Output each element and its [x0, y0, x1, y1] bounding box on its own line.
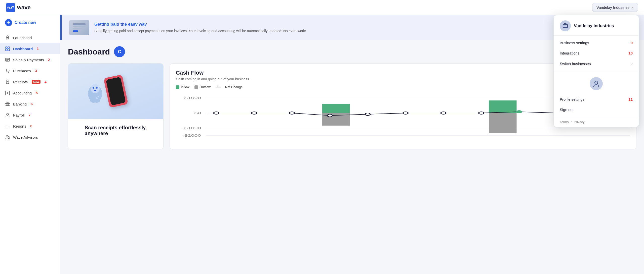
sidebar-item-accounting[interactable]: Accounting 5 — [0, 87, 60, 98]
svg-rect-16 — [73, 23, 86, 25]
terms-link[interactable]: Terms — [560, 120, 569, 124]
business-settings-badge: 9 — [631, 41, 633, 45]
svg-rect-2 — [6, 47, 7, 48]
receipts-new-badge: New — [32, 80, 41, 84]
sidebar-item-reports[interactable]: Reports 8 — [0, 121, 60, 132]
sidebar-item-advisors-label: Wave Advisors — [13, 135, 38, 139]
sidebar-item-banking-label: Banking — [13, 102, 27, 106]
switch-businesses-item[interactable]: Switch businesses › — [554, 58, 639, 69]
sidebar-item-sales[interactable]: Sales & Payments 2 — [0, 54, 60, 65]
scan-receipts-card: Scan receipts effortlessly, anywhere — [68, 63, 164, 149]
outflow-color-swatch — [194, 85, 198, 89]
switch-businesses-label: Switch businesses — [560, 62, 591, 66]
integrations-item[interactable]: Integrations 10 — [554, 48, 639, 58]
dropdown-business-section: Business settings 9 Integrations 10 Swit… — [554, 36, 639, 71]
business-settings-label: Business settings — [560, 41, 589, 45]
sidebar-item-sales-label: Sales & Payments — [13, 58, 44, 62]
dashboard-title-text: Dashboard — [68, 47, 110, 57]
sidebar-item-accounting-label: Accounting — [13, 91, 32, 95]
svg-point-38 — [403, 112, 408, 114]
dropdown-profile-section: Profile settings 11 Sign out — [554, 71, 639, 117]
profile-settings-badge: 11 — [628, 97, 633, 101]
sidebar-item-dashboard[interactable]: Dashboard 1 — [0, 43, 60, 54]
net-change-icon — [216, 86, 221, 88]
reports-badge: 8 — [30, 124, 32, 128]
svg-point-1 — [7, 37, 8, 38]
profile-avatar-row — [554, 75, 639, 94]
banking-icon — [5, 101, 10, 106]
svg-text:$1000: $1000 — [184, 96, 201, 99]
create-new-label: Create new — [15, 20, 36, 25]
svg-point-23 — [96, 87, 98, 89]
svg-point-34 — [252, 112, 257, 114]
svg-point-37 — [365, 113, 370, 116]
svg-point-35 — [290, 112, 295, 114]
dashboard-badge: 1 — [37, 47, 39, 51]
dashboard-icon — [5, 46, 10, 51]
svg-point-36 — [327, 114, 332, 117]
business-settings-item[interactable]: Business settings 9 — [554, 38, 639, 48]
integrations-label: Integrations — [560, 51, 579, 55]
banner-title: Getting paid the easy way — [94, 22, 306, 27]
company-avatar — [560, 20, 571, 31]
sidebar: + Create new Launchpad Dashboard 1 — [0, 15, 60, 274]
logo-text: wave — [17, 4, 31, 11]
svg-point-13 — [7, 113, 9, 115]
sidebar-item-payroll-label: Payroll — [13, 113, 25, 117]
profile-avatar — [590, 77, 603, 90]
plus-icon: + — [5, 19, 12, 26]
sidebar-nav: Launchpad Dashboard 1 Sales & Payments 2 — [0, 30, 60, 274]
company-selector-button[interactable]: Vandelay Industries ∧ — [592, 3, 638, 12]
profile-settings-item[interactable]: Profile settings 11 — [554, 94, 639, 104]
accounting-badge: 5 — [36, 91, 38, 95]
privacy-link[interactable]: Privacy — [574, 120, 585, 124]
sidebar-item-reports-label: Reports — [13, 124, 26, 128]
dashboard-action-button[interactable]: C — [114, 46, 125, 57]
company-dropdown-menu: Vandelay Industries Business settings 9 … — [553, 15, 639, 127]
logo: wave — [6, 3, 31, 12]
main-layout: + Create new Launchpad Dashboard 1 — [0, 15, 644, 274]
svg-rect-17 — [73, 26, 86, 27]
svg-rect-12 — [8, 104, 9, 105]
accounting-icon — [5, 90, 10, 95]
svg-rect-11 — [7, 104, 8, 105]
rocket-icon — [5, 35, 10, 40]
svg-point-40 — [479, 112, 484, 114]
sidebar-item-purchases[interactable]: Purchases 3 — [0, 65, 60, 76]
inflow-color-swatch — [176, 85, 179, 89]
header: wave Vandelay Industries ∧ — [0, 0, 644, 15]
sign-out-item[interactable]: Sign out — [554, 104, 639, 115]
company-selector-name: Vandelay Industries — [596, 5, 629, 10]
svg-text:-$1000: -$1000 — [182, 126, 201, 130]
sidebar-item-payroll[interactable]: Payroll 7 — [0, 109, 60, 121]
banner-image — [69, 20, 89, 35]
legend-net: Net Change — [216, 85, 243, 89]
sidebar-item-banking[interactable]: Banking 6 — [0, 98, 60, 109]
svg-rect-19 — [73, 30, 78, 32]
sidebar-item-advisors[interactable]: Wave Advisors — [0, 132, 60, 143]
svg-rect-4 — [6, 49, 7, 51]
sales-badge: 2 — [48, 58, 50, 62]
sidebar-item-receipts[interactable]: Receipts New 4 — [0, 76, 60, 87]
chevron-up-icon: ∧ — [631, 6, 634, 9]
sidebar-item-launchpad[interactable]: Launchpad — [0, 32, 60, 43]
reports-icon — [5, 124, 10, 129]
svg-text:$0: $0 — [194, 111, 201, 115]
svg-rect-5 — [8, 49, 10, 51]
dashboard-grid: Scan receipts effortlessly, anywhere Cas… — [68, 63, 636, 149]
sign-out-label: Sign out — [560, 107, 574, 112]
svg-rect-18 — [73, 28, 82, 29]
receipts-icon — [5, 79, 10, 84]
svg-point-39 — [441, 112, 446, 114]
svg-point-33 — [214, 112, 219, 114]
net-label: Net Change — [225, 85, 243, 89]
sidebar-item-receipts-label: Receipts — [13, 80, 28, 84]
legend-inflow: Inflow — [176, 85, 189, 89]
svg-point-8 — [8, 72, 9, 73]
dropdown-footer: Terms • Privacy — [554, 117, 639, 127]
sales-icon — [5, 57, 10, 62]
sidebar-item-purchases-label: Purchases — [13, 69, 31, 73]
create-new-button[interactable]: + Create new — [0, 15, 60, 30]
payroll-badge: 7 — [29, 113, 31, 117]
svg-text:-$2000: -$2000 — [182, 134, 201, 137]
